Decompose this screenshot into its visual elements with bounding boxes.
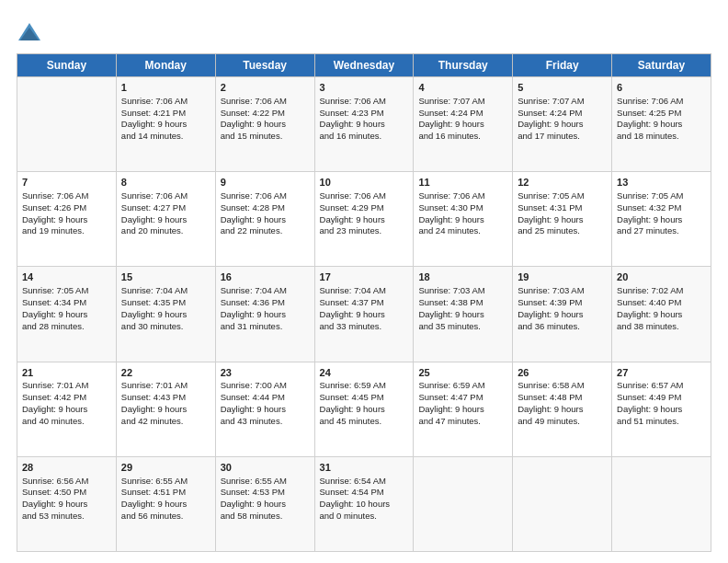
day-number: 27 [617, 366, 706, 380]
day-number: 29 [121, 461, 210, 475]
day-number: 12 [518, 176, 607, 190]
day-number: 23 [221, 366, 310, 380]
day-number: 19 [518, 270, 607, 284]
day-number: 16 [221, 270, 310, 284]
day-header: Saturday [612, 54, 711, 77]
day-number: 5 [518, 81, 607, 95]
day-number: 14 [22, 270, 111, 284]
calendar-page: SundayMondayTuesdayWednesdayThursdayFrid… [0, 0, 728, 563]
calendar-cell: 10Sunrise: 7:06 AMSunset: 4:29 PMDayligh… [314, 172, 414, 267]
calendar-cell: 8Sunrise: 7:06 AMSunset: 4:27 PMDaylight… [116, 172, 215, 267]
day-number: 26 [518, 366, 607, 380]
calendar-table: SundayMondayTuesdayWednesdayThursdayFrid… [17, 53, 711, 552]
calendar-cell: 26Sunrise: 6:58 AMSunset: 4:48 PMDayligh… [513, 362, 612, 456]
day-number: 2 [221, 81, 310, 95]
calendar-cell: 24Sunrise: 6:59 AMSunset: 4:45 PMDayligh… [314, 362, 414, 456]
day-number: 28 [22, 461, 111, 475]
calendar-cell: 1Sunrise: 7:06 AMSunset: 4:21 PMDaylight… [116, 77, 215, 172]
day-number: 10 [320, 176, 409, 190]
day-number: 9 [221, 176, 310, 190]
day-number: 6 [617, 81, 706, 95]
calendar-cell: 27Sunrise: 6:57 AMSunset: 4:49 PMDayligh… [612, 362, 711, 456]
calendar-cell: 15Sunrise: 7:04 AMSunset: 4:35 PMDayligh… [116, 267, 215, 362]
day-number: 15 [121, 270, 210, 284]
calendar-cell [414, 456, 513, 551]
calendar-week-row: 28Sunrise: 6:56 AMSunset: 4:50 PMDayligh… [17, 456, 711, 551]
day-number: 20 [617, 270, 706, 284]
calendar-cell: 9Sunrise: 7:06 AMSunset: 4:28 PMDaylight… [215, 172, 314, 267]
calendar-cell: 30Sunrise: 6:55 AMSunset: 4:53 PMDayligh… [215, 456, 314, 551]
day-header-row: SundayMondayTuesdayWednesdayThursdayFrid… [17, 54, 711, 77]
calendar-cell: 16Sunrise: 7:04 AMSunset: 4:36 PMDayligh… [215, 267, 314, 362]
day-number: 17 [320, 270, 409, 284]
day-header: Thursday [414, 54, 513, 77]
calendar-cell: 5Sunrise: 7:07 AMSunset: 4:24 PMDaylight… [513, 77, 612, 172]
day-number: 25 [418, 366, 507, 380]
calendar-cell: 20Sunrise: 7:02 AMSunset: 4:40 PMDayligh… [612, 267, 711, 362]
day-number: 22 [121, 366, 210, 380]
calendar-cell: 18Sunrise: 7:03 AMSunset: 4:38 PMDayligh… [414, 267, 513, 362]
calendar-cell: 14Sunrise: 7:05 AMSunset: 4:34 PMDayligh… [17, 267, 117, 362]
calendar-cell: 11Sunrise: 7:06 AMSunset: 4:30 PMDayligh… [414, 172, 513, 267]
day-number: 18 [418, 270, 507, 284]
day-number: 8 [121, 176, 210, 190]
calendar-cell: 6Sunrise: 7:06 AMSunset: 4:25 PMDaylight… [612, 77, 711, 172]
calendar-cell: 21Sunrise: 7:01 AMSunset: 4:42 PMDayligh… [17, 362, 117, 456]
logo-icon [17, 20, 42, 46]
day-header: Monday [116, 54, 215, 77]
day-header: Friday [513, 54, 612, 77]
calendar-cell: 12Sunrise: 7:05 AMSunset: 4:31 PMDayligh… [513, 172, 612, 267]
day-number: 13 [617, 176, 706, 190]
day-number: 21 [22, 366, 111, 380]
logo [17, 20, 44, 46]
day-number: 3 [320, 81, 409, 95]
calendar-cell [612, 456, 711, 551]
calendar-week-row: 21Sunrise: 7:01 AMSunset: 4:42 PMDayligh… [17, 362, 711, 456]
calendar-cell: 29Sunrise: 6:55 AMSunset: 4:51 PMDayligh… [116, 456, 215, 551]
day-number: 7 [22, 176, 111, 190]
calendar-cell: 13Sunrise: 7:05 AMSunset: 4:32 PMDayligh… [612, 172, 711, 267]
day-number: 1 [121, 81, 210, 95]
day-number: 24 [320, 366, 409, 380]
calendar-week-row: 14Sunrise: 7:05 AMSunset: 4:34 PMDayligh… [17, 267, 711, 362]
calendar-cell [17, 77, 117, 172]
calendar-cell: 25Sunrise: 6:59 AMSunset: 4:47 PMDayligh… [414, 362, 513, 456]
calendar-cell: 19Sunrise: 7:03 AMSunset: 4:39 PMDayligh… [513, 267, 612, 362]
day-header: Sunday [17, 54, 117, 77]
calendar-cell: 4Sunrise: 7:07 AMSunset: 4:24 PMDaylight… [414, 77, 513, 172]
day-number: 31 [320, 461, 409, 475]
calendar-cell [513, 456, 612, 551]
calendar-cell: 23Sunrise: 7:00 AMSunset: 4:44 PMDayligh… [215, 362, 314, 456]
calendar-cell: 28Sunrise: 6:56 AMSunset: 4:50 PMDayligh… [17, 456, 117, 551]
calendar-cell: 31Sunrise: 6:54 AMSunset: 4:54 PMDayligh… [314, 456, 414, 551]
day-number: 30 [221, 461, 310, 475]
calendar-cell: 22Sunrise: 7:01 AMSunset: 4:43 PMDayligh… [116, 362, 215, 456]
calendar-cell: 7Sunrise: 7:06 AMSunset: 4:26 PMDaylight… [17, 172, 117, 267]
day-header: Tuesday [215, 54, 314, 77]
calendar-cell: 3Sunrise: 7:06 AMSunset: 4:23 PMDaylight… [314, 77, 414, 172]
calendar-cell: 17Sunrise: 7:04 AMSunset: 4:37 PMDayligh… [314, 267, 414, 362]
calendar-week-row: 1Sunrise: 7:06 AMSunset: 4:21 PMDaylight… [17, 77, 711, 172]
header [17, 17, 711, 46]
calendar-cell: 2Sunrise: 7:06 AMSunset: 4:22 PMDaylight… [215, 77, 314, 172]
calendar-week-row: 7Sunrise: 7:06 AMSunset: 4:26 PMDaylight… [17, 172, 711, 267]
day-header: Wednesday [314, 54, 414, 77]
day-number: 11 [418, 176, 507, 190]
day-number: 4 [418, 81, 507, 95]
